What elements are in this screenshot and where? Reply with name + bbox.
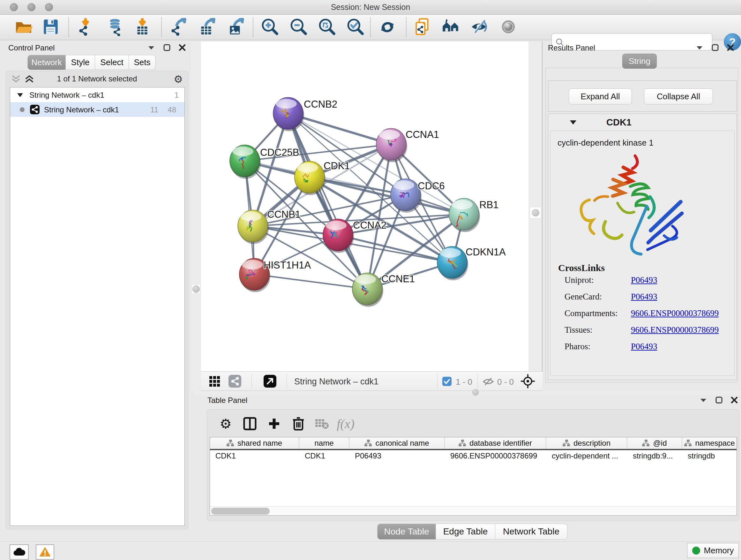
panel-menu-icon[interactable] — [699, 397, 707, 402]
export-network-button[interactable] — [168, 18, 189, 37]
close-panel-icon[interactable] — [179, 44, 186, 51]
column-header-description[interactable]: description — [546, 437, 627, 449]
column-header-shared-name[interactable]: shared name — [210, 437, 299, 449]
crosslink-link[interactable]: P06493 — [631, 341, 657, 352]
tab-network[interactable]: Network — [27, 55, 66, 70]
tab-edge-table[interactable]: Edge Table — [436, 523, 495, 540]
crosslink-link[interactable]: P06493 — [631, 292, 657, 302]
table-panel-title: Table Panel — [207, 396, 247, 405]
gene-section: CDK1 cyclin-dependent kinase 1 — [548, 114, 737, 380]
warning-button[interactable] — [36, 544, 54, 560]
tab-style[interactable]: Style — [66, 55, 95, 70]
node-label-rb1: RB1 — [479, 199, 498, 210]
tab-network-table[interactable]: Network Table — [495, 523, 567, 540]
network-row-selected[interactable]: String Network – cdk1 11 48 — [10, 102, 185, 117]
control-panel-title: Control Panel — [8, 44, 55, 52]
protein-node-rb1[interactable] — [449, 198, 480, 232]
group-nodes-button[interactable] — [441, 18, 461, 37]
column-header-canonical-name[interactable]: canonical name — [349, 437, 445, 449]
panel-menu-icon[interactable] — [147, 45, 155, 50]
float-panel-icon[interactable] — [712, 44, 719, 51]
cell--id[interactable]: stringdb:9... — [627, 451, 682, 464]
table-row[interactable]: CDK1CDK1P064939606.ENSP00000378699cyclin… — [210, 451, 737, 464]
shared-column-icon — [226, 440, 234, 447]
panel-menu-icon[interactable] — [696, 45, 703, 50]
show-columns-button[interactable] — [240, 414, 259, 433]
warning-icon — [40, 547, 51, 557]
cell-name[interactable]: CDK1 — [299, 451, 349, 464]
delete-column-button[interactable] — [289, 414, 308, 433]
network-collection-row[interactable]: String Network – cdk1 1 — [10, 87, 185, 102]
export-image-button[interactable] — [225, 18, 246, 37]
protein-node-ccne1[interactable] — [352, 273, 383, 307]
zoom-in-button[interactable] — [260, 18, 280, 37]
memory-button[interactable]: Memory — [687, 543, 739, 558]
left-splitter[interactable] — [191, 42, 201, 391]
toolbar-separator — [370, 17, 371, 37]
right-splitter[interactable] — [529, 42, 542, 371]
cloud-button[interactable] — [10, 544, 29, 560]
protein-node-ccna1[interactable] — [376, 128, 407, 162]
protein-node-cdc25b[interactable] — [230, 145, 261, 179]
table-hscrollbar[interactable] — [210, 506, 737, 515]
column-header-database-identifier[interactable]: database identifier — [445, 437, 546, 449]
network-canvas[interactable]: CCNB2CCNA1CDC25BCDK1CDC6RB1CCNB1CCNA2CDK… — [201, 42, 529, 371]
float-panel-icon[interactable] — [716, 396, 723, 403]
zoom-selected-button[interactable] — [345, 18, 366, 37]
import-network-file-button[interactable] — [75, 18, 96, 37]
column-header--id[interactable]: @id — [627, 437, 682, 449]
cell-namespace[interactable]: stringdb — [682, 451, 738, 464]
zoom-out-button[interactable] — [288, 18, 309, 37]
add-column-button[interactable] — [265, 414, 284, 433]
table-settings-button[interactable]: ⚙ — [216, 414, 235, 433]
tab-string[interactable]: String — [622, 54, 657, 69]
save-session-button[interactable] — [41, 18, 61, 37]
cell-canonical-name[interactable]: P06493 — [349, 451, 445, 464]
crosslink-link[interactable]: P06493 — [631, 275, 657, 285]
crosslink-link[interactable]: 9606.ENSP00000378699 — [631, 325, 719, 335]
network-options-gear-icon[interactable]: ⚙ — [174, 73, 183, 85]
table-import-icon — [133, 17, 151, 37]
expand-all-button[interactable]: Expand All — [569, 88, 632, 105]
splitter-handle-icon[interactable] — [532, 209, 539, 216]
splitter-handle-icon[interactable] — [192, 286, 200, 293]
network-edge[interactable] — [338, 235, 452, 262]
close-panel-icon[interactable] — [731, 396, 738, 403]
protein-node-ccnb2[interactable] — [273, 98, 304, 131]
protein-node-cdc6[interactable] — [391, 179, 421, 212]
section-expander-icon[interactable] — [569, 120, 577, 125]
crosslink-link[interactable]: 9606.ENSP00000378699 — [631, 308, 719, 318]
column-header-namespace[interactable]: namespace — [682, 437, 738, 449]
cell-description[interactable]: cyclin-dependent ... — [546, 451, 627, 464]
open-session-button[interactable] — [13, 18, 34, 37]
scrollbar-thumb[interactable] — [211, 508, 270, 515]
export-table-button[interactable] — [197, 18, 217, 37]
birdseye-view-icon[interactable] — [521, 374, 535, 388]
cell-database-identifier[interactable]: 9606.ENSP00000378699 — [445, 451, 546, 464]
tree-expander-icon[interactable] — [17, 92, 23, 98]
apply-layout-button[interactable] — [377, 18, 398, 37]
float-panel-icon[interactable] — [163, 44, 171, 51]
clone-network-button[interactable] — [412, 18, 433, 37]
protein-node-cdkn1a[interactable] — [437, 246, 468, 280]
tab-node-table[interactable]: Node Table — [377, 523, 436, 540]
zoom-fit-button[interactable] — [317, 18, 337, 37]
gene-section-header[interactable]: CDK1 — [548, 114, 737, 131]
graphics-details-button[interactable] — [498, 18, 519, 37]
import-network-database-button[interactable] — [105, 18, 126, 37]
protein-node-cdk1[interactable] — [294, 161, 326, 195]
grid-view-icon[interactable] — [209, 376, 220, 387]
column-header-name[interactable]: name — [299, 437, 349, 449]
tab-sets[interactable]: Sets — [129, 55, 156, 70]
close-panel-icon[interactable] — [727, 44, 734, 51]
open-in-browser-icon[interactable] — [264, 375, 276, 388]
network-edge[interactable] — [254, 274, 367, 289]
cell-shared-name[interactable]: CDK1 — [210, 451, 299, 464]
selected-checkbox-icon[interactable] — [442, 377, 452, 386]
gene-details: cyclin-dependent kinase 1 — [550, 131, 735, 376]
hide-selected-button[interactable] — [469, 18, 490, 37]
collapse-all-button[interactable]: Collapse All — [644, 88, 713, 105]
import-table-button[interactable] — [132, 18, 152, 37]
tab-select[interactable]: Select — [95, 55, 129, 70]
share-view-icon[interactable] — [228, 375, 241, 388]
